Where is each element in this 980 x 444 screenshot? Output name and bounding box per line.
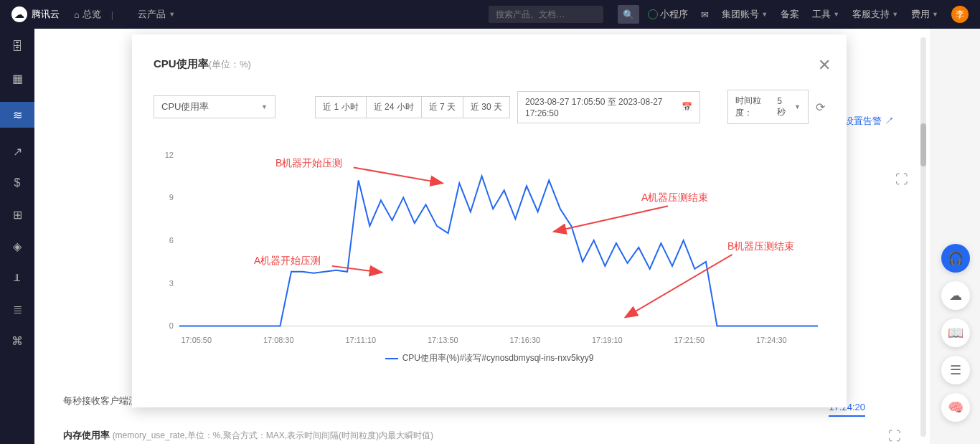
chevron-down-icon: ▼ <box>932 11 938 18</box>
granularity-select[interactable]: 时间粒度： 5秒 ▼ <box>727 90 809 124</box>
nav-fees-label: 费用 <box>911 8 930 21</box>
close-icon[interactable]: ✕ <box>818 56 831 75</box>
nav-products-label: 云产品 <box>138 8 166 21</box>
scrollbar-thumb[interactable] <box>920 123 926 166</box>
chevron-down-icon: ▼ <box>169 11 175 18</box>
nav-miniapp-label: 小程序 <box>660 8 688 21</box>
fullscreen-icon-2[interactable]: ⛶ <box>888 429 901 444</box>
nav-account[interactable]: 集团账号 ▼ <box>722 8 768 21</box>
gran-label: 时间粒度： <box>735 95 772 119</box>
range-1h[interactable]: 近 1 小时 <box>316 97 366 118</box>
topbar-right: 小程序 ✉ 集团账号 ▼ 备案 工具 ▼ 客服支持 ▼ 费用 ▼ 李 <box>648 6 969 23</box>
set-alarm-label: 设置告警 <box>844 115 882 126</box>
table-icon[interactable]: ⊞ <box>9 207 25 222</box>
x-tick: 17:13:50 <box>428 336 458 344</box>
metric-select[interactable]: CPU使用率 ▼ <box>154 95 275 118</box>
topbar: ☁ 腾讯云 ⌂ 总览 | 云产品 ▼ 🔍 小程序 ✉ 集团账号 ▼ 备案 工具 … <box>0 0 980 29</box>
annot-b-start: B机器开始压测 <box>275 157 342 170</box>
legend-swatch <box>385 358 398 359</box>
nav-tools-label: 工具 <box>812 8 831 21</box>
db-icon[interactable]: 🗄 <box>9 39 25 55</box>
cloud-icon: ☁ <box>11 6 27 22</box>
cloud2-icon[interactable]: ☁ <box>941 281 970 310</box>
cube-icon[interactable]: ◈ <box>9 238 25 254</box>
chevron-down-icon: ▼ <box>761 11 768 18</box>
x-tick: 17:21:50 <box>674 336 705 344</box>
nav-miniapp[interactable]: 小程序 <box>648 8 688 21</box>
book-icon[interactable]: 📖 <box>941 318 970 347</box>
chevron-down-icon: ▼ <box>794 103 801 110</box>
metric-select-value: CPU使用率 <box>161 100 209 113</box>
chart-modal: CPU使用率(单位：%) ✕ CPU使用率 ▼ 近 1 小时 近 24 小时 近… <box>132 34 847 407</box>
metric-title-text: 内存使用率 <box>63 430 110 440</box>
headset-icon[interactable]: 🎧 <box>941 244 970 273</box>
brand-text: 腾讯云 <box>32 8 60 21</box>
nav-overview[interactable]: ⌂ 总览 <box>74 8 101 21</box>
range-30d[interactable]: 近 30 天 <box>463 97 509 118</box>
calendar-icon: 📅 <box>682 102 692 112</box>
scrollbar[interactable] <box>920 37 926 437</box>
annot-a-end: A机器压测结束 <box>641 192 708 204</box>
y-tick: 9 <box>169 193 174 202</box>
x-tick: 17:08:30 <box>263 336 294 344</box>
nav-support-label: 客服支持 <box>852 8 890 21</box>
external-icon: ↗ <box>885 115 894 126</box>
trend-icon[interactable]: ↗ <box>9 143 25 159</box>
circle-icon <box>648 9 658 19</box>
stack-icon[interactable]: ≋ <box>0 102 34 128</box>
nav-products[interactable]: 云产品 ▼ <box>138 8 175 21</box>
nav-beian[interactable]: 备案 <box>781 8 799 21</box>
range-7d[interactable]: 近 7 天 <box>422 97 463 118</box>
set-alarm-link[interactable]: 设置告警 ↗ <box>844 115 894 128</box>
nav-overview-label: 总览 <box>83 8 101 21</box>
modal-unit: (单位：%) <box>209 59 251 70</box>
chart-svg: 0 3 6 9 12 17:05:50 17:08:30 17:11:10 17… <box>154 140 825 348</box>
grid-icon[interactable]: ▦ <box>9 70 25 86</box>
brand[interactable]: ☁ 腾讯云 <box>11 6 60 22</box>
date-range-text: 2023-08-27 17:05:50 至 2023-08-27 17:26:5… <box>525 96 676 118</box>
y-tick: 0 <box>169 321 174 330</box>
layers-icon[interactable]: ≣ <box>9 301 25 317</box>
dollar-icon[interactable]: $ <box>9 175 25 191</box>
search-wrap: 🔍 <box>489 5 639 24</box>
search-icon: 🔍 <box>623 9 634 20</box>
nav-support[interactable]: 客服支持 ▼ <box>852 8 898 21</box>
home-icon: ⌂ <box>74 9 80 20</box>
search-button[interactable]: 🔍 <box>618 5 639 24</box>
range-24h[interactable]: 近 24 小时 <box>367 97 422 118</box>
chevron-down-icon: ▼ <box>833 11 839 18</box>
chevron-down-icon: ▼ <box>892 11 898 18</box>
chevron-down-icon: ▼ <box>261 103 268 110</box>
avatar[interactable]: 李 <box>951 6 969 23</box>
list-icon[interactable]: ☰ <box>941 356 970 384</box>
date-range-picker[interactable]: 2023-08-27 17:05:50 至 2023-08-27 17:26:5… <box>517 91 700 123</box>
float-actions: 🎧 ☁ 📖 ☰ 🧠 <box>941 244 970 422</box>
x-tick: 17:16:30 <box>509 336 540 344</box>
x-tick: 17:24:30 <box>756 336 787 344</box>
brain-icon[interactable]: 🧠 <box>941 393 970 422</box>
leftbar: 🗄 ▦ ≋ ↗ $ ⊞ ◈ ⫫ ≣ ⌘ <box>0 29 34 444</box>
y-tick: 6 <box>169 236 174 245</box>
legend-text: CPU使用率(%)#读写#cynosdbmysql-ins-nxv5kyy9 <box>402 353 594 363</box>
x-tick: 17:11:10 <box>345 336 376 344</box>
nav-fees[interactable]: 费用 ▼ <box>911 8 938 21</box>
y-tick: 12 <box>165 151 174 159</box>
metric-row-2: 内存使用率 (memory_use_rate,单位：%,聚合方式：MAX,表示时… <box>63 429 901 444</box>
metric-subtitle: (memory_use_rate,单位：%,聚合方式：MAX,表示时间间隔(时间… <box>113 430 433 440</box>
annot-b-end: B机器压测结束 <box>727 240 794 253</box>
chart-icon[interactable]: ⫫ <box>9 270 25 285</box>
x-tick: 17:19:10 <box>592 336 623 344</box>
refresh-icon[interactable]: ⟳ <box>816 100 825 114</box>
search-input[interactable] <box>489 6 603 23</box>
fullscreen-icon[interactable]: ⛶ <box>895 172 908 187</box>
mail-icon[interactable]: ✉ <box>701 9 709 20</box>
metric-title: 内存使用率 (memory_use_rate,单位：%,聚合方式：MAX,表示时… <box>63 429 433 444</box>
terminal-icon[interactable]: ⌘ <box>9 333 25 349</box>
chart-legend: CPU使用率(%)#读写#cynosdbmysql-ins-nxv5kyy9 <box>154 352 825 364</box>
separator: | <box>111 9 113 20</box>
nav-tools[interactable]: 工具 ▼ <box>812 8 839 21</box>
modal-title-text: CPU使用率 <box>154 57 209 70</box>
nav-account-label: 集团账号 <box>722 8 759 21</box>
data-line <box>179 176 818 326</box>
chart-toolbar: CPU使用率 ▼ 近 1 小时 近 24 小时 近 7 天 近 30 天 202… <box>154 90 825 124</box>
